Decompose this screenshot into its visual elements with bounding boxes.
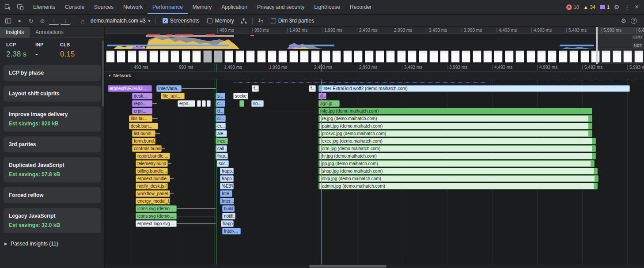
screenshot-thumbnail[interactable] bbox=[149, 50, 158, 63]
network-request-bar[interactable]: Inter... bbox=[220, 198, 234, 204]
network-request-bar[interactable]: admin.jpg (demo.maihatch.com) bbox=[318, 183, 598, 189]
screenshot-thumbnail[interactable] bbox=[332, 50, 341, 63]
screenshot-thumbnail[interactable] bbox=[408, 50, 417, 63]
screenshot-thumbnail[interactable] bbox=[138, 50, 147, 63]
network-request-bar[interactable]: shop.jpg (demo.maihatch.com) bbox=[318, 168, 598, 174]
screenshot-thumbnail[interactable] bbox=[386, 50, 395, 63]
cpu-throttling-icon[interactable] bbox=[256, 16, 266, 26]
screenshot-thumbnail[interactable] bbox=[170, 50, 179, 63]
horizontal-scrollbar-thumb[interactable] bbox=[309, 265, 386, 268]
help-icon[interactable]: ? bbox=[631, 18, 637, 24]
more-menu-icon[interactable]: ⋮ bbox=[624, 4, 630, 11]
network-request-bar[interactable]: crm.jpg (demo.maihatch.com) bbox=[318, 145, 596, 152]
screenshot-thumbnail[interactable] bbox=[440, 50, 449, 63]
network-request-bar[interactable]: frapp... bbox=[220, 168, 234, 174]
network-request-bar[interactable]: call-... bbox=[216, 145, 227, 152]
network-request-bar[interactable]: ship.jpg (demo.maihatch.com) bbox=[318, 175, 599, 182]
network-request-bar[interactable]: desk.bun... bbox=[129, 123, 158, 129]
network-request-bar[interactable]: agri.jp... bbox=[318, 100, 340, 107]
network-request-bar[interactable]: Inte... bbox=[220, 190, 232, 197]
network-request-bar[interactable]: notify_desk.js (... bbox=[136, 183, 168, 189]
screenshot-thumbnail[interactable] bbox=[473, 50, 481, 63]
screenshot-thumbnail[interactable] bbox=[462, 50, 470, 63]
insight-card[interactable]: Improve image deliveryEst savings: 820 k… bbox=[4, 106, 101, 132]
network-request-bar[interactable]: desk... bbox=[132, 93, 152, 99]
screenshot-thumbnail[interactable] bbox=[483, 50, 492, 63]
screenshot-thumbnail[interactable] bbox=[419, 50, 428, 63]
dock-panel-icon[interactable] bbox=[3, 16, 13, 26]
screenshot-thumbnail[interactable] bbox=[429, 50, 438, 63]
tab-application[interactable]: Application bbox=[216, 0, 252, 14]
tab-insights[interactable]: Insights bbox=[0, 27, 30, 38]
network-request-bar[interactable]: f... bbox=[252, 85, 259, 92]
network-request-bar[interactable]: erpnext.bundle.... bbox=[136, 175, 170, 182]
load-profile-button[interactable]: ↑ bbox=[49, 17, 59, 25]
network-request-bar[interactable]: erpn... bbox=[178, 100, 195, 107]
insight-card[interactable]: Forced reflow bbox=[4, 187, 101, 203]
screenshot-thumbnail[interactable] bbox=[537, 50, 546, 63]
screenshot-thumbnail[interactable] bbox=[235, 50, 244, 63]
tab-recorder[interactable]: Recorder bbox=[345, 0, 376, 14]
network-request-bar[interactable]: list.bundl... bbox=[132, 130, 155, 137]
history-dropdown[interactable]: demo.maihatch.com #3 ▾ bbox=[89, 18, 152, 24]
network-request-bar[interactable]: d... bbox=[216, 108, 224, 114]
network-request-bar[interactable]: paint.jpg (demo.maihatch.com) bbox=[318, 123, 592, 129]
network-request-bar[interactable]: f... bbox=[309, 85, 316, 92]
screenshot-thumbnail[interactable] bbox=[494, 50, 503, 63]
screenshot-thumbnail[interactable] bbox=[569, 50, 578, 63]
network-request-bar[interactable]: pp.jpg (demo.maihatch.com) bbox=[318, 160, 595, 167]
screenshot-thumbnail[interactable] bbox=[451, 50, 460, 63]
insight-card[interactable]: Legacy JavaScriptEst savings: 32.0 kB bbox=[4, 208, 101, 233]
network-conditions-icon[interactable] bbox=[239, 16, 249, 26]
screenshot-thumbnail[interactable] bbox=[224, 50, 233, 63]
clear-button[interactable]: ⊘ bbox=[37, 16, 48, 26]
screenshot-thumbnail[interactable] bbox=[278, 50, 287, 63]
screenshot-thumbnail[interactable] bbox=[192, 50, 201, 63]
insight-card[interactable]: Layout shift culprits bbox=[4, 86, 101, 102]
network-request-bar[interactable]: so... bbox=[251, 100, 264, 107]
device-toolbar-icon[interactable] bbox=[14, 1, 27, 13]
screenshot-thumbnail[interactable] bbox=[354, 50, 363, 63]
insight-card[interactable]: Duplicated JavaScriptEst savings: 57.8 k… bbox=[4, 157, 101, 182]
network-request-bar[interactable]: form.bund... bbox=[132, 138, 155, 144]
network-request-bar[interactable]: notifi... bbox=[222, 213, 235, 219]
network-request-bar[interactable]: erpn... bbox=[132, 108, 152, 114]
close-devtools-icon[interactable]: × bbox=[635, 3, 639, 11]
screenshot-thumbnail[interactable] bbox=[117, 50, 125, 63]
network-request-bar[interactable]: soc... bbox=[217, 160, 229, 167]
network-request-bar[interactable]: cl... bbox=[216, 115, 226, 122]
screenshot-thumbnail[interactable] bbox=[257, 50, 266, 63]
screenshot-thumbnail[interactable] bbox=[128, 50, 136, 63]
screenshot-thumbnail[interactable] bbox=[203, 50, 212, 63]
screenshot-thumbnail[interactable] bbox=[311, 50, 320, 63]
network-request-bar[interactable]: icons.svg (demo.... bbox=[136, 213, 177, 219]
screenshot-thumbnail[interactable] bbox=[268, 50, 277, 63]
screenshot-thumbnail[interactable] bbox=[160, 50, 169, 63]
network-request-bar[interactable]: build... bbox=[222, 205, 235, 212]
save-profile-button[interactable]: ↓ bbox=[60, 17, 71, 25]
screenshots-checkbox[interactable]: ✓ Screenshots bbox=[163, 18, 200, 24]
tab-network[interactable]: Network bbox=[118, 0, 148, 14]
screenshot-thumbnail[interactable] bbox=[322, 50, 330, 63]
passed-insights-toggle[interactable]: ▶ Passed insights (11) bbox=[0, 235, 104, 253]
screenshot-thumbnail[interactable] bbox=[527, 50, 535, 63]
screenshot-thumbnail[interactable] bbox=[106, 50, 115, 63]
network-request-bar[interactable]: re.jpg (demo.maihatch.com) bbox=[318, 115, 592, 122]
network-request-bar[interactable]: %E3%... bbox=[220, 183, 234, 189]
network-request-bar[interactable]: billing.bundle.... bbox=[136, 168, 168, 174]
screenshot-thumbnail[interactable] bbox=[343, 50, 352, 63]
issues-badge[interactable]: 1 bbox=[600, 4, 610, 10]
insight-card[interactable]: LCP by phase bbox=[4, 65, 101, 81]
network-request-bar[interactable]: energy_modal_l... bbox=[136, 198, 170, 204]
tab-privacy-and-security[interactable]: Privacy and security bbox=[252, 0, 309, 14]
network-request-bar[interactable] bbox=[239, 100, 244, 107]
settings-gear-icon[interactable]: ⚙ bbox=[614, 4, 620, 11]
tab-lighthouse[interactable]: Lighthouse bbox=[309, 0, 345, 14]
tab-annotations[interactable]: Annotations bbox=[30, 27, 69, 38]
network-request-bar[interactable]: Inter-... bbox=[222, 228, 241, 234]
tab-elements[interactable]: Elements bbox=[28, 0, 60, 14]
network-request-bar[interactable]: hr.jpg (demo.maihatch.com) bbox=[318, 153, 596, 159]
screenshot-thumbnail[interactable] bbox=[548, 50, 557, 63]
memory-checkbox[interactable]: Memory bbox=[207, 18, 234, 24]
network-request-bar[interactable] bbox=[207, 100, 211, 107]
